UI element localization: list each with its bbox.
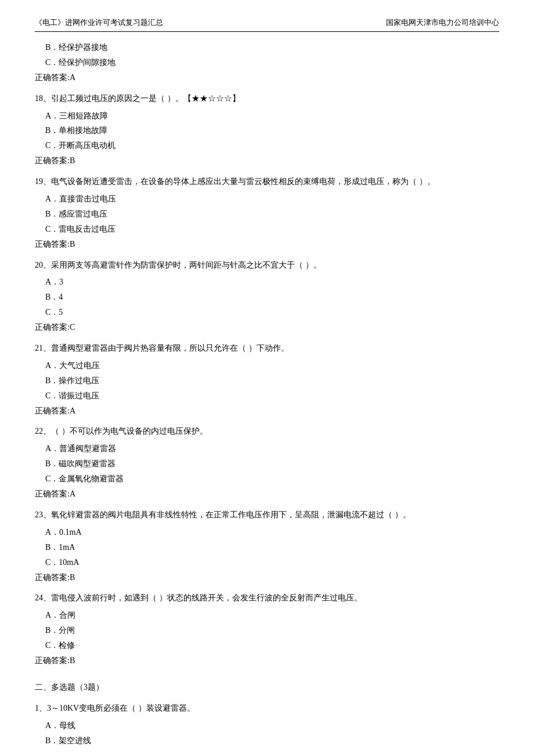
option: A．3 — [35, 275, 499, 290]
option: B．经保护器接地 — [35, 40, 499, 55]
option: C．雷电反击过电压 — [35, 222, 499, 237]
option: B．4 — [35, 290, 499, 305]
answer: 正确答案:C — [35, 320, 499, 335]
answer: 正确答案:B — [35, 237, 499, 252]
option: C．开断高压电动机 — [35, 138, 499, 153]
question-title: 18、引起工频过电压的原因之一是（ ）。【★★☆☆☆】 — [35, 91, 499, 106]
option: B．1mA — [35, 540, 499, 555]
question-title: 1、3～10KV变电所必须在（ ）装设避雷器。 — [35, 701, 499, 716]
option: B．架空进线 — [35, 733, 499, 748]
option: B．磁吹阀型避雷器 — [35, 456, 499, 471]
option: C．谐振过电压 — [35, 388, 499, 404]
option: A．三相短路故障 — [35, 109, 499, 124]
option: C．5 — [35, 305, 499, 320]
page: 《电工》进网作业许可考试复习题汇总 国家电网天津市电力公司培训中心 B．经保护器… — [0, 0, 534, 756]
answer: 正确答案:A — [35, 404, 499, 419]
header-right: 国家电网天津市电力公司培训中心 — [386, 17, 499, 28]
answer: 正确答案:B — [35, 153, 499, 168]
question-title: 20、采用两支等高避雷针作为防雷保护时，两针间距与针高之比不宜大于（ ）。 — [35, 258, 499, 273]
option: C．经保护间隙接地 — [35, 55, 499, 70]
option: A．合闸 — [35, 608, 499, 623]
answer: 正确答案:B — [35, 653, 499, 668]
option: A．大气过电压 — [35, 358, 499, 373]
question-title: 24、雷电侵入波前行时，如遇到（ ）状态的线路开关，会发生行波的全反射而产生过电… — [35, 591, 499, 606]
content-area: B．经保护器接地C．经保护间隙接地正确答案:A18、引起工频过电压的原因之一是（… — [35, 40, 499, 748]
option: A．母线 — [35, 718, 499, 733]
section-title: 二、多选题（3题） — [35, 680, 499, 695]
option: B．感应雷过电压 — [35, 207, 499, 222]
question-title: 21、普通阀型避雷器由于阀片热容量有限，所以只允许在（ ）下动作。 — [35, 341, 499, 356]
option: A．直接雷击过电压 — [35, 192, 499, 207]
option: C．金属氧化物避雷器 — [35, 471, 499, 487]
option: A．0.1mA — [35, 525, 499, 540]
answer: 正确答案:A — [35, 487, 499, 502]
option: C．10mA — [35, 555, 499, 570]
answer: 正确答案:B — [35, 570, 499, 585]
header-left: 《电工》进网作业许可考试复习题汇总 — [35, 17, 163, 28]
option: B．分闸 — [35, 623, 499, 638]
option: B．单相接地故障 — [35, 123, 499, 138]
page-header: 《电工》进网作业许可考试复习题汇总 国家电网天津市电力公司培训中心 — [35, 17, 499, 32]
question-title: 22、（ ）不可以作为电气设备的内过电压保护。 — [35, 424, 499, 439]
option: C．检修 — [35, 638, 499, 653]
question-title: 23、氧化锌避雷器的阀片电阻具有非线性特性，在正常工作电压作用下，呈高阻，泄漏电… — [35, 507, 499, 523]
option: A．普通阀型避雷器 — [35, 441, 499, 456]
answer: 正确答案:A — [35, 70, 499, 85]
question-title: 19、电气设备附近遭受雷击，在设备的导体上感应出大量与雷云极性相反的束缚电荷，形… — [35, 174, 499, 189]
option: B．操作过电压 — [35, 373, 499, 388]
